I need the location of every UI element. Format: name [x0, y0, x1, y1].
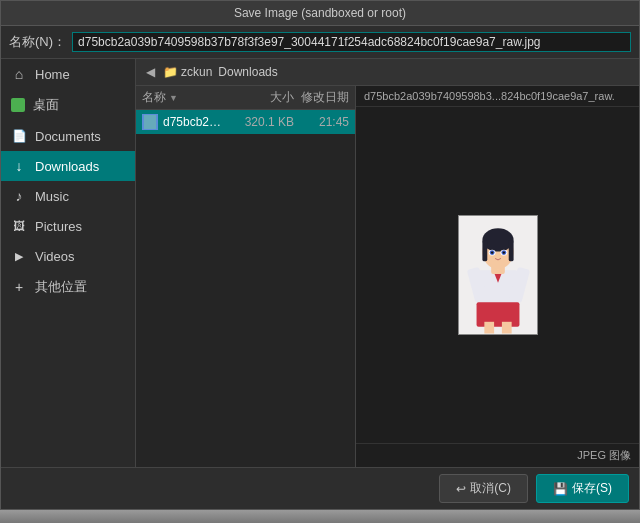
sidebar-item-pictures[interactable]: Pictures	[1, 211, 135, 241]
file-area: 名称 ▼ 大小 修改日期 d75bcb2a039b...	[136, 86, 639, 467]
filename-input[interactable]	[72, 32, 631, 52]
sidebar-item-other[interactable]: 其他位置	[1, 271, 135, 303]
preview-area: d75bcb2a039b7409598b3...824bc0f19cae9a7_…	[356, 86, 639, 467]
file-list-body: d75bcb2a039b... 320.1 KB 21:45	[136, 110, 355, 467]
title-bar: Save Image (sandboxed or root)	[1, 1, 639, 26]
file-type-icon	[142, 114, 158, 130]
preview-filename: d75bcb2a039b7409598b3...824bc0f19cae9a7_…	[356, 86, 639, 107]
home-icon	[11, 66, 27, 82]
videos-icon	[11, 248, 27, 264]
folder-icon: 📁	[163, 65, 178, 79]
breadcrumb-zckun[interactable]: zckun	[181, 65, 212, 79]
bottom-bar: ↩ 取消(C) 💾 保存(S)	[1, 467, 639, 509]
preview-image	[458, 215, 538, 335]
preview-type: JPEG 图像	[356, 443, 639, 467]
save-icon: 💾	[553, 482, 568, 496]
file-list: 名称 ▼ 大小 修改日期 d75bcb2a039b...	[136, 86, 356, 467]
sort-arrow-icon: ▼	[169, 93, 178, 103]
filename-label: 名称(N)：	[9, 33, 66, 51]
sidebar-label-desktop: 桌面	[33, 96, 59, 114]
sidebar-label-home: Home	[35, 67, 70, 82]
svg-point-13	[502, 251, 504, 253]
svg-rect-6	[482, 240, 487, 261]
downloads-icon	[11, 158, 27, 174]
desktop-icon	[11, 98, 25, 112]
column-name[interactable]: 名称 ▼	[142, 89, 224, 106]
file-name: d75bcb2a039b...	[163, 115, 224, 129]
right-panel: ◀ 📁 zckun Downloads 名称 ▼	[136, 59, 639, 467]
cancel-button[interactable]: ↩ 取消(C)	[439, 474, 528, 503]
sidebar-label-music: Music	[35, 189, 69, 204]
sidebar-item-videos[interactable]: Videos	[1, 241, 135, 271]
file-size: 320.1 KB	[224, 115, 294, 129]
filename-row: 名称(N)：	[1, 26, 639, 59]
file-date: 21:45	[294, 115, 349, 129]
breadcrumb: 📁 zckun Downloads	[163, 65, 278, 79]
sidebar-label-other: 其他位置	[35, 278, 87, 296]
sidebar-item-music[interactable]: Music	[1, 181, 135, 211]
music-icon	[11, 188, 27, 204]
column-date: 修改日期	[294, 89, 349, 106]
sidebar-item-home[interactable]: Home	[1, 59, 135, 89]
preview-image-area	[356, 107, 639, 443]
sidebar-item-documents[interactable]: Documents	[1, 121, 135, 151]
sidebar-item-desktop[interactable]: 桌面	[1, 89, 135, 121]
svg-rect-7	[508, 240, 513, 261]
documents-icon	[11, 128, 27, 144]
save-button[interactable]: 💾 保存(S)	[536, 474, 629, 503]
nav-bar: ◀ 📁 zckun Downloads	[136, 59, 639, 86]
main-content: Home 桌面 Documents Downloads Music	[1, 59, 639, 467]
pictures-icon	[11, 218, 27, 234]
dialog-title: Save Image (sandboxed or root)	[234, 6, 406, 20]
sidebar-item-downloads[interactable]: Downloads	[1, 151, 135, 181]
sidebar-label-videos: Videos	[35, 249, 75, 264]
breadcrumb-downloads[interactable]: Downloads	[218, 65, 277, 79]
cancel-icon: ↩	[456, 482, 466, 496]
svg-rect-18	[501, 322, 511, 334]
other-icon	[11, 279, 27, 295]
sidebar-label-documents: Documents	[35, 129, 101, 144]
sidebar-label-downloads: Downloads	[35, 159, 99, 174]
sidebar: Home 桌面 Documents Downloads Music	[1, 59, 136, 467]
bottom-partial-image	[0, 510, 640, 523]
save-dialog: Save Image (sandboxed or root) 名称(N)： Ho…	[0, 0, 640, 510]
svg-rect-16	[476, 302, 519, 326]
file-row[interactable]: d75bcb2a039b... 320.1 KB 21:45	[136, 110, 355, 134]
column-size[interactable]: 大小	[224, 89, 294, 106]
file-list-header: 名称 ▼ 大小 修改日期	[136, 86, 355, 110]
svg-point-10	[490, 251, 492, 253]
svg-rect-17	[484, 322, 494, 334]
sidebar-label-pictures: Pictures	[35, 219, 82, 234]
nav-back-button[interactable]: ◀	[142, 63, 159, 81]
